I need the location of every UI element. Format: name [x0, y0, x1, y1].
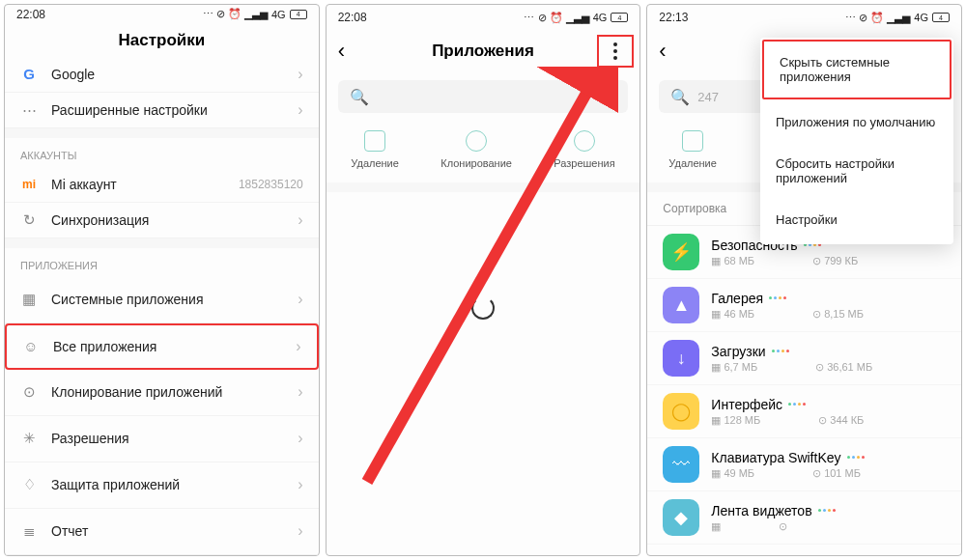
- chevron-right-icon: ›: [298, 430, 302, 447]
- row-icon: ☺: [22, 338, 40, 355]
- loading-dots-icon: [772, 350, 789, 352]
- app-row[interactable]: ▲ Галерея ▦ 46 МБ ⊙ 8,15 МБ: [647, 279, 961, 332]
- chevron-right-icon: ›: [298, 522, 302, 540]
- loading-spinner: [471, 296, 495, 320]
- settings-row[interactable]: ⊙Клонирование приложений›: [5, 370, 319, 416]
- page-title: Приложения: [432, 42, 534, 61]
- page-title: Настройки: [5, 24, 319, 57]
- app-row[interactable]: ◆ Лента виджетов ▦ ⊙: [647, 491, 961, 545]
- app-cache-size: ⊙: [779, 520, 787, 533]
- app-name: Галерея: [711, 291, 946, 306]
- screen-apps-list: 22:13 ⋯ ⊘ ⏰ ▁▃▅ 4G 4 ‹ 🔍 247 Удаление Со…: [646, 4, 962, 556]
- chevron-right-icon: ›: [298, 383, 302, 401]
- screen-apps: 22:08 ⋯ ⊘ ⏰ ▁▃▅ 4G 4 ‹ Приложения 🔍 Удал…: [326, 4, 641, 556]
- settings-row[interactable]: ▦Системные приложения›: [5, 277, 319, 323]
- back-button[interactable]: ‹: [338, 39, 345, 64]
- app-name: Клавиатура SwiftKey: [711, 450, 946, 465]
- screen-settings: 22:08 ⋯ ⊘ ⏰ ▁▃▅ 4G 4 Настройки GGoogle ›…: [4, 4, 320, 556]
- popup-settings[interactable]: Настройки: [760, 199, 953, 240]
- status-right: ⋯ ⊘ ⏰ ▁▃▅ 4G 4: [203, 8, 307, 20]
- chevron-right-icon: ›: [298, 101, 302, 119]
- app-icon: ↓: [663, 340, 699, 377]
- popup-hide-system[interactable]: Скрыть системные приложения: [762, 40, 952, 99]
- popup-reset[interactable]: Сбросить настройки приложений: [760, 143, 953, 199]
- row-google[interactable]: GGoogle ›: [5, 57, 319, 93]
- popup-default-apps[interactable]: Приложения по умолчанию: [760, 101, 953, 143]
- row-extended[interactable]: ⋯Расширенные настройки ›: [5, 93, 319, 128]
- tool-permissions[interactable]: Разрешения: [554, 130, 614, 169]
- dots-icon: ⋯: [20, 101, 38, 119]
- tools-row: Удаление Клонирование Разрешения: [327, 121, 640, 192]
- chevron-right-icon: ›: [298, 476, 302, 493]
- app-cache-size: ⊙ 344 КБ: [818, 414, 864, 427]
- settings-row[interactable]: ☺Все приложения›: [5, 323, 319, 370]
- status-time: 22:08: [16, 8, 45, 21]
- app-cache-size: ⊙ 8,15 МБ: [812, 308, 864, 321]
- app-name: Лента виджетов: [711, 503, 946, 518]
- loading-dots-icon: [818, 509, 836, 512]
- app-row[interactable]: 〰 Клавиатура SwiftKey ▦ 49 МБ ⊙ 101 МБ: [647, 438, 961, 491]
- loading-dots-icon: [788, 403, 806, 406]
- overflow-highlight: [597, 35, 634, 68]
- section-accounts: АККАУНТЫ: [5, 128, 319, 167]
- app-disk-size: ▦ 49 МБ: [711, 467, 754, 480]
- app-disk-size: ▦ 6,7 МБ: [711, 361, 757, 374]
- shield-icon: [574, 130, 595, 152]
- back-button[interactable]: ‹: [659, 39, 666, 64]
- app-disk-size: ▦ 128 МБ: [711, 414, 760, 427]
- app-cache-size: ⊙ 799 КБ: [812, 255, 858, 267]
- chevron-right-icon: ›: [298, 211, 302, 229]
- tool-delete[interactable]: Удаление: [351, 130, 399, 169]
- app-cache-size: ⊙ 101 МБ: [812, 467, 861, 480]
- row-icon: ▦: [20, 291, 38, 308]
- sync-icon: ↻: [20, 211, 38, 229]
- section-apps: ПРИЛОЖЕНИЯ: [5, 238, 319, 277]
- statusbar: 22:08 ⋯ ⊘ ⏰ ▁▃▅ 4G 4: [5, 5, 319, 24]
- trash-icon: [364, 130, 385, 152]
- google-icon: G: [20, 66, 38, 83]
- loading-dots-icon: [769, 296, 786, 299]
- app-icon: ⚡: [663, 234, 699, 270]
- app-icon: ◯: [663, 393, 699, 430]
- overflow-menu-button[interactable]: [605, 41, 626, 62]
- chevron-right-icon: ›: [298, 66, 302, 83]
- statusbar: 22:08 ⋯ ⊘ ⏰ ▁▃▅ 4G 4: [327, 5, 640, 30]
- loading-dots-icon: [847, 456, 865, 459]
- settings-row[interactable]: ♢Защита приложений›: [5, 462, 319, 509]
- settings-row[interactable]: ✳Разрешения›: [5, 416, 319, 462]
- app-name: Загрузки: [711, 344, 946, 359]
- row-mi-account[interactable]: miMi аккаунт 1852835120: [5, 167, 319, 203]
- tool-clone[interactable]: Клонирование: [440, 130, 512, 169]
- search-result-count: 247: [697, 90, 719, 104]
- app-row[interactable]: ↓ Загрузки ▦ 6,7 МБ ⊙ 36,61 МБ: [647, 332, 961, 385]
- app-row[interactable]: ◯ Интерфейс ▦ 128 МБ ⊙ 344 КБ: [647, 385, 961, 438]
- app-icon: ◆: [663, 499, 699, 536]
- clone-icon: [466, 130, 487, 152]
- search-icon: 🔍: [350, 88, 369, 106]
- overflow-popup: Скрыть системные приложения Приложения п…: [760, 38, 953, 244]
- trash-icon: [682, 130, 703, 152]
- tool-delete[interactable]: Удаление: [668, 130, 717, 169]
- row-icon: ♢: [20, 476, 38, 493]
- app-disk-size: ▦ 68 МБ: [711, 255, 754, 267]
- row-icon: ⊙: [20, 383, 38, 401]
- app-name: Интерфейс: [711, 397, 946, 412]
- app-cache-size: ⊙ 36,61 МБ: [815, 361, 872, 374]
- row-sync[interactable]: ↻Синхронизация ›: [5, 203, 319, 238]
- row-icon: ✳: [20, 430, 38, 447]
- settings-row[interactable]: ≣Отчет›: [5, 509, 319, 555]
- app-disk-size: ▦ 46 МБ: [711, 308, 754, 321]
- status-right: ⋯ ⊘ ⏰ ▁▃▅ 4G 4: [845, 12, 950, 24]
- chevron-right-icon: ›: [298, 291, 302, 308]
- status-time: 22:08: [338, 11, 367, 24]
- mi-icon: mi: [20, 176, 38, 193]
- app-disk-size: ▦: [711, 520, 721, 533]
- search-input[interactable]: 🔍: [338, 80, 629, 113]
- app-icon: 〰: [663, 446, 699, 483]
- chevron-right-icon: ›: [296, 338, 300, 355]
- status-time: 22:13: [659, 11, 688, 24]
- row-icon: ≣: [20, 522, 38, 540]
- statusbar: 22:13 ⋯ ⊘ ⏰ ▁▃▅ 4G 4: [647, 5, 961, 30]
- status-right: ⋯ ⊘ ⏰ ▁▃▅ 4G 4: [524, 12, 628, 24]
- search-icon: 🔍: [670, 88, 690, 106]
